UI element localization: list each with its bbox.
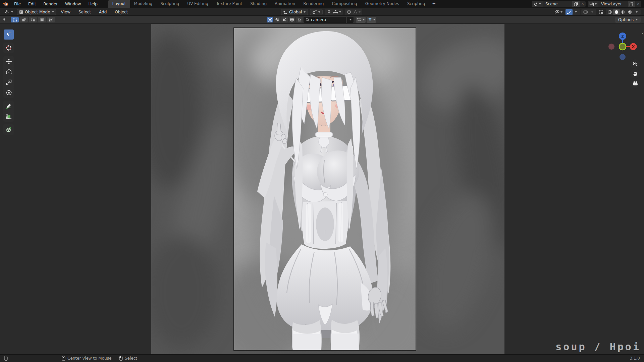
- proportional-editing-icon: [347, 10, 351, 14]
- menu-render[interactable]: Render: [40, 1, 61, 7]
- tab-geometry-nodes[interactable]: Geometry Nodes: [361, 0, 403, 8]
- shading-solid-button[interactable]: [613, 9, 620, 15]
- proportional-falloff-button[interactable]: [352, 9, 362, 15]
- shading-rendered-icon: [628, 10, 632, 14]
- overlays-settings-button[interactable]: [589, 9, 596, 15]
- gizmo-axis-negx[interactable]: [608, 44, 614, 50]
- shading-settings-button[interactable]: [633, 9, 640, 15]
- show-gizmo-context-button[interactable]: [553, 9, 564, 15]
- tool-transform[interactable]: [4, 87, 14, 98]
- show-gizmos-toggle[interactable]: [566, 9, 573, 15]
- filter-button[interactable]: [367, 17, 376, 23]
- magnet-icon: [327, 10, 331, 14]
- menu-object[interactable]: Object: [111, 9, 131, 15]
- tool-cursor[interactable]: [4, 43, 14, 53]
- blender-logo-icon[interactable]: [2, 1, 9, 7]
- scene-unlink-button[interactable]: ✕: [580, 2, 586, 6]
- tab-modeling[interactable]: Modeling: [130, 0, 157, 8]
- editor-3d-viewport-icon: [4, 10, 9, 14]
- orientation-label: Global: [289, 10, 302, 14]
- filter-brush-button[interactable]: [296, 17, 303, 22]
- select-mode-invert-button[interactable]: [38, 17, 46, 22]
- editor-type-button[interactable]: [2, 9, 15, 15]
- gizmo-axis-negz[interactable]: [620, 54, 626, 60]
- tab-rendering[interactable]: Rendering: [299, 0, 328, 8]
- tab-animation[interactable]: Animation: [271, 0, 299, 8]
- tab-compositing[interactable]: Compositing: [328, 0, 361, 8]
- select-mode-set-button[interactable]: [11, 17, 19, 22]
- tool-options-button[interactable]: Options: [615, 17, 641, 23]
- tool-select-box[interactable]: [4, 29, 14, 40]
- search-dropdown-button[interactable]: [347, 17, 354, 23]
- hand-icon: [633, 71, 638, 76]
- display-mode-button[interactable]: [356, 17, 366, 23]
- tab-scripting[interactable]: Scripting: [403, 0, 429, 8]
- tab-layout[interactable]: Layout: [108, 0, 130, 8]
- tab-sculpting[interactable]: Sculpting: [156, 0, 183, 8]
- view-layer-browse-button[interactable]: [588, 1, 598, 7]
- menu-select[interactable]: Select: [75, 9, 94, 15]
- select-box-icon: [6, 32, 12, 38]
- annotate-icon: [6, 103, 12, 109]
- duplicate-icon: [574, 2, 578, 6]
- scene-browse-button[interactable]: [532, 1, 543, 7]
- gizmo-axis-y[interactable]: [619, 43, 626, 50]
- menu-view[interactable]: View: [58, 9, 74, 15]
- sidebar-collapse-arrow[interactable]: ‹: [642, 31, 644, 36]
- snap-toggle-button[interactable]: [325, 9, 332, 15]
- filter-texture-button[interactable]: [281, 17, 288, 22]
- show-overlays-toggle[interactable]: [582, 9, 589, 15]
- statusbar: Center View to Mouse Select 3.1.0: [0, 354, 644, 362]
- snap-increment-icon: [333, 10, 338, 14]
- tool-annotate[interactable]: [4, 101, 14, 111]
- shading-rendered-button[interactable]: [627, 9, 633, 15]
- tool-add-cube[interactable]: [4, 125, 14, 135]
- menu-edit[interactable]: Edit: [25, 1, 39, 7]
- gizmo-settings-button[interactable]: [573, 9, 579, 15]
- tool-measure[interactable]: [4, 111, 14, 121]
- add-workspace-button[interactable]: +: [429, 0, 439, 8]
- shading-wireframe-button[interactable]: [606, 9, 613, 15]
- scene-new-button[interactable]: [572, 1, 580, 7]
- tool-rotate[interactable]: [4, 67, 14, 77]
- shading-material-button[interactable]: [620, 9, 627, 15]
- filter-material-button[interactable]: [274, 17, 280, 22]
- pan-button[interactable]: [631, 69, 640, 78]
- pivot-point-selector[interactable]: [310, 9, 323, 15]
- hint-label: Center View to Mouse: [67, 356, 111, 361]
- view-layer-name[interactable]: ViewLayer: [598, 2, 628, 6]
- proportional-editing-toggle[interactable]: [345, 9, 352, 15]
- mode-selector[interactable]: Object Mode: [17, 9, 56, 15]
- menu-file[interactable]: File: [11, 1, 24, 7]
- select-mode-intersect-button[interactable]: [47, 17, 55, 22]
- tool-scale[interactable]: [4, 77, 14, 87]
- viewport-3d[interactable]: Z X ‹ soup / Hpoi: [0, 24, 644, 354]
- camera-icon: [633, 81, 638, 86]
- tool-move[interactable]: [4, 56, 14, 66]
- view-layer-remove-button[interactable]: ✕: [635, 2, 641, 6]
- gizmo-icon: [567, 10, 572, 14]
- search-input[interactable]: [311, 17, 341, 22]
- blender-version: 3.1.0: [630, 356, 640, 361]
- viewport-header: Object Mode View Select Add Object Globa…: [0, 8, 644, 16]
- tab-uv-editing[interactable]: UV Editing: [183, 0, 212, 8]
- search-field[interactable]: [304, 17, 346, 23]
- xray-toggle[interactable]: [598, 9, 604, 15]
- scene-name[interactable]: Scene: [543, 2, 572, 6]
- filter-world-button[interactable]: [289, 17, 295, 22]
- transform-orientation-selector[interactable]: Global: [281, 9, 308, 15]
- filter-image-button[interactable]: [267, 17, 273, 22]
- camera-view-button[interactable]: [631, 78, 640, 88]
- menu-window[interactable]: Window: [62, 1, 84, 7]
- snap-settings-button[interactable]: [332, 9, 342, 15]
- tab-texture-paint[interactable]: Texture Paint: [212, 0, 246, 8]
- menu-add[interactable]: Add: [96, 9, 110, 15]
- view-layer-new-button[interactable]: [628, 1, 635, 7]
- tab-shading[interactable]: Shading: [246, 0, 271, 8]
- select-mode-subtract-button[interactable]: [29, 17, 37, 22]
- scale-icon: [6, 79, 12, 85]
- menu-help[interactable]: Help: [85, 1, 101, 7]
- select-mode-extend-button[interactable]: [20, 17, 28, 22]
- zoom-button[interactable]: [631, 59, 640, 69]
- measure-icon: [6, 113, 12, 120]
